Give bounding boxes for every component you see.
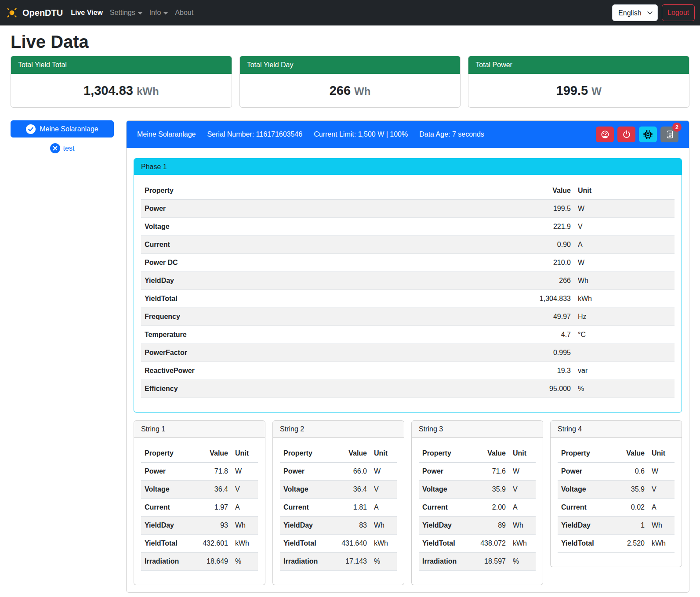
property-cell: YieldTotal [419, 535, 471, 553]
string-card-title: String 3 [412, 421, 543, 438]
value-cell: 36.4 [332, 481, 370, 499]
property-cell: YieldDay [558, 517, 609, 535]
value-cell: 221.9 [508, 218, 574, 236]
card-unit: W [591, 85, 602, 97]
unit-cell: A [648, 499, 675, 517]
table-row: Voltage35.9V [558, 481, 675, 499]
nav-item-live-view[interactable]: Live View [67, 5, 106, 20]
inverter-select-button[interactable]: Meine Solaranlage [11, 120, 114, 137]
table-row: Current1.81A [280, 499, 397, 517]
value-cell: 1 [609, 517, 648, 535]
table-row: Power66.0W [280, 463, 397, 481]
speedometer-icon [601, 130, 609, 139]
property-cell: YieldTotal [141, 535, 193, 553]
card-unit: kWh [137, 85, 159, 97]
inverter-name: Meine Solaranlage [137, 130, 196, 138]
limit-settings-button[interactable] [596, 127, 614, 142]
unit-cell: V [232, 481, 258, 499]
string-card-3: String 3PropertyValueUnitPower71.6WVolta… [411, 420, 543, 585]
group-link-label: test [63, 145, 75, 152]
event-log-button[interactable]: 2 [660, 127, 678, 142]
value-cell: 35.9 [609, 481, 648, 499]
string-card-1: String 1PropertyValueUnitPower71.8WVolta… [134, 420, 265, 585]
string-card-body: PropertyValueUnitPower71.8WVoltage36.4VC… [134, 438, 265, 585]
string-card-body: PropertyValueUnitPower71.6WVoltage35.9VC… [412, 438, 543, 585]
value-cell: 438.072 [471, 535, 509, 553]
unit-cell: °C [574, 326, 675, 344]
property-cell: Current [141, 499, 193, 517]
table-row: YieldTotal2.520kWh [558, 535, 675, 553]
property-cell: YieldDay [141, 272, 508, 290]
column-header-unit: Unit [509, 445, 536, 463]
logout-button[interactable]: Logout [662, 4, 695, 21]
table-row: YieldDay1Wh [558, 517, 675, 535]
table-row: Frequency49.97Hz [141, 308, 675, 326]
string-card-4: String 4PropertyValueUnitPower0.6WVoltag… [550, 420, 682, 567]
unit-cell: % [574, 380, 675, 398]
string-table: PropertyValueUnitPower71.8WVoltage36.4VC… [141, 445, 258, 571]
property-cell: Voltage [419, 481, 471, 499]
unit-cell: Wh [370, 517, 397, 535]
table-row: Current1.97A [141, 499, 258, 517]
table-row: Power71.6W [419, 463, 536, 481]
device-info-button[interactable] [639, 127, 657, 142]
table-row: YieldDay89Wh [419, 517, 536, 535]
event-count-badge: 2 [672, 123, 682, 132]
card-body: 266Wh [240, 74, 461, 107]
property-cell: Current [280, 499, 332, 517]
unit-cell: kWh [574, 290, 675, 308]
string-card-title: String 1 [134, 421, 265, 438]
unit-cell: Wh [509, 517, 536, 535]
language-select[interactable]: English [612, 4, 658, 21]
value-cell: 2.520 [609, 535, 648, 553]
inverter-select-label: Meine Solaranlage [40, 125, 98, 133]
table-header-row: PropertyValueUnit [141, 445, 258, 463]
value-cell: 4.7 [508, 326, 574, 344]
unit-cell: kWh [232, 535, 258, 553]
nav-item-about[interactable]: About [171, 5, 197, 20]
column-header-property: Property [419, 445, 471, 463]
unit-cell: % [370, 553, 397, 571]
table-row: YieldDay93Wh [141, 517, 258, 535]
property-cell: Voltage [141, 218, 508, 236]
table-header-row: PropertyValueUnit [419, 445, 536, 463]
property-cell: ReactivePower [141, 362, 508, 380]
inverter-data-age: Data Age: 7 seconds [419, 130, 484, 138]
brand-label: OpenDTU [22, 8, 63, 18]
string-card-title: String 2 [273, 421, 404, 438]
table-row: Irradiation17.143% [280, 553, 397, 571]
value-cell: 35.9 [471, 481, 509, 499]
inverter-actions: 2 [596, 127, 678, 142]
unit-cell: V [509, 481, 536, 499]
nav-item-label: Info [149, 9, 161, 17]
unit-cell: W [574, 254, 675, 272]
navbar-right: English Logout [612, 4, 695, 21]
string-table: PropertyValueUnitPower66.0WVoltage36.4VC… [280, 445, 397, 571]
page-title: Live Data [11, 31, 689, 52]
unit-cell: A [509, 499, 536, 517]
power-icon [622, 130, 631, 139]
property-cell: Voltage [558, 481, 609, 499]
group-link-test[interactable]: test [11, 143, 114, 153]
property-cell: YieldTotal [558, 535, 609, 553]
power-button[interactable] [617, 127, 635, 142]
card-body: 1,304.83kWh [11, 74, 232, 107]
value-cell: 431.640 [332, 535, 370, 553]
table-row: Irradiation18.649% [141, 553, 258, 571]
unit-cell: A [574, 236, 675, 254]
nav-links: Live View Settings Info About [67, 5, 197, 20]
table-row: Efficiency95.000% [141, 380, 675, 398]
card-body: 199.5W [468, 74, 689, 107]
nav-item-settings[interactable]: Settings [106, 5, 146, 20]
unit-cell: W [509, 463, 536, 481]
value-cell: 93 [193, 517, 232, 535]
card-total-yield-total: Total Yield Total 1,304.83kWh [11, 56, 232, 108]
inverter-card-header: Meine Solaranlage Serial Number: 1161716… [127, 121, 689, 148]
chevron-down-icon [138, 12, 142, 14]
nav-item-info[interactable]: Info [146, 5, 172, 20]
brand[interactable]: OpenDTU [5, 6, 63, 19]
table-row: Power199.5W [141, 200, 675, 218]
card-value: 266 [330, 83, 351, 98]
column-header-property: Property [558, 445, 609, 463]
value-cell: 2.00 [471, 499, 509, 517]
